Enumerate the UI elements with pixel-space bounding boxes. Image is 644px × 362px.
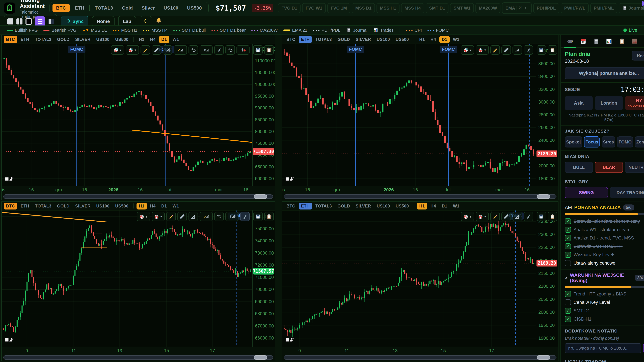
checkbox-checked[interactable]: ✓ (565, 218, 571, 224)
set-square-tool-button[interactable] (163, 45, 172, 55)
toggle-pwh-pwl[interactable]: PWH/PWL (561, 3, 589, 13)
checkbox-checked[interactable]: ✓ (565, 291, 571, 297)
toggle-journal[interactable]: Journal (619, 3, 644, 13)
panel-symbol-tab-btc[interactable]: BTC (4, 203, 17, 210)
chart-area[interactable]: 1800.002000.002200.002400.002600.002800.… (282, 44, 558, 186)
time-axis[interactable]: lis16gru16202616lutmar16 (2, 186, 275, 193)
panel-symbol-tab-total3[interactable]: TOTAL3 (313, 203, 334, 210)
pencil-square-tool-button[interactable] (200, 212, 213, 221)
time-axis[interactable]: 911131517 (282, 347, 558, 354)
panel-symbol-tab-gold[interactable]: GOLD (55, 36, 72, 43)
panel-symbol-tab-us100[interactable]: US100 (374, 203, 392, 210)
header-symbol-tab-us500[interactable]: US500 (184, 4, 206, 12)
chart-area[interactable]: 60000.0065000.0070000.0075000.0080000.00… (2, 44, 275, 186)
toggle-fvg-1m[interactable]: FVG 1M (327, 3, 350, 13)
header-symbol-tab-btc[interactable]: BTC (52, 4, 70, 12)
scrollbar-thumb[interactable] (254, 194, 267, 199)
panel-timeframe-tab-d1[interactable]: D1 (440, 36, 450, 43)
time-axis[interactable]: lis16gru202616lutmar16 (282, 186, 558, 193)
chart-scrollbar[interactable] (284, 194, 556, 199)
panel-symbol-tab-us100[interactable]: US100 (374, 36, 392, 43)
panel-symbol-tab-gold[interactable]: GOLD (335, 36, 352, 43)
sidebar-tab-gamepad[interactable] (565, 37, 575, 47)
sidebar-tab-robot[interactable] (642, 37, 644, 47)
toggle-pmh-pml[interactable]: PMH/PML (590, 3, 617, 13)
checkbox[interactable] (565, 260, 571, 266)
chart-scrollbar[interactable] (284, 355, 556, 360)
panel-timeframe-tab-h1[interactable]: H1 (136, 36, 147, 43)
target-down-tool-button[interactable]: ▼ (152, 212, 165, 221)
header-symbol-tab-total3[interactable]: TOTAL3 (91, 4, 117, 12)
checkbox-checked[interactable]: ✓ (565, 316, 571, 322)
trash-square-tool-button[interactable] (200, 45, 213, 55)
layout-focus-button[interactable] (26, 18, 32, 25)
save-chart-button[interactable] (253, 212, 263, 221)
panel-timeframe-tab-h4[interactable]: H4 (428, 203, 438, 210)
toggle-ema[interactable]: EMA21▲▼ (502, 2, 532, 14)
panel-timeframe-tab-h1[interactable]: H1 (417, 203, 427, 210)
layout-quad-button[interactable] (35, 16, 45, 27)
set-square-tool-button[interactable] (512, 45, 522, 55)
ruler-tool-button[interactable] (502, 212, 511, 221)
pencil-tool-button[interactable] (490, 45, 500, 55)
panel-symbol-tab-btc[interactable]: BTC (4, 36, 17, 43)
reset-button[interactable]: Reset (632, 51, 644, 60)
panel-symbol-tab-us100[interactable]: US100 (94, 203, 112, 210)
ruler-tool-button[interactable] (178, 212, 187, 221)
panel-timeframe-tab-d1[interactable]: D1 (159, 36, 169, 43)
morning-analysis-button[interactable]: Wykonaj poranna analize... (565, 67, 644, 79)
bias-option-neutral[interactable]: NEUTRAL (625, 162, 644, 173)
scrollbar-thumb[interactable] (537, 355, 550, 360)
panel-timeframe-tab-h4[interactable]: H4 (428, 36, 438, 43)
dark-mode-button[interactable] (140, 16, 152, 27)
home-button[interactable]: Home (92, 16, 114, 27)
lab-button[interactable]: Lab (118, 16, 136, 27)
style-option-swing[interactable]: SWING (565, 187, 608, 198)
header-symbol-tab-gold[interactable]: Gold (118, 4, 136, 12)
layout-sidebar-button[interactable] (48, 18, 54, 24)
toggle-smt-w1[interactable]: SMT W1 (450, 3, 474, 13)
bias-option-bear[interactable]: BEAR (595, 162, 623, 173)
panel-timeframe-tab-d1[interactable]: D1 (159, 203, 169, 210)
trash-square-tool-button[interactable] (226, 212, 238, 221)
panel-symbol-tab-us500[interactable]: US500 (113, 203, 131, 210)
toggle-fvg-d1[interactable]: FVG D1 (278, 3, 300, 13)
sidebar-tab-calendar[interactable]: 17 (578, 37, 588, 47)
pen-tool-button[interactable] (524, 212, 533, 221)
target-up-tool-button[interactable]: ▲ (461, 212, 474, 221)
panel-timeframe-tab-h1[interactable]: H1 (136, 203, 147, 210)
panel-symbol-tab-silver[interactable]: SILVER (73, 36, 93, 43)
panel-symbol-tab-eth[interactable]: ETH (299, 36, 312, 43)
undo-tool-button[interactable] (226, 45, 235, 55)
sidebar-tab-barchart[interactable] (604, 37, 614, 47)
feel-option-zemsta[interactable]: Zemsta (635, 136, 644, 147)
checkbox-checked[interactable]: ✓ (565, 308, 571, 314)
ema-period-stepper[interactable]: 21▲▼ (516, 5, 528, 11)
feel-option-stres[interactable]: Stres (602, 136, 615, 147)
toggle-pdh-pdl[interactable]: PDH/PDL (533, 3, 559, 13)
panel-timeframe-tab-h4[interactable]: H4 (148, 203, 158, 210)
target-up-tool-button[interactable]: ▲ (111, 45, 124, 55)
layout-two-pane-button[interactable] (16, 18, 22, 24)
target-up-tool-button[interactable]: ▲ (137, 212, 150, 221)
panel-symbol-tab-silver[interactable]: SILVER (73, 203, 93, 210)
undo-tool-button[interactable] (214, 212, 224, 221)
panel-symbol-tab-total3[interactable]: TOTAL3 (313, 36, 334, 43)
ruler-tool-button[interactable] (502, 45, 511, 55)
panel-symbol-tab-us100[interactable]: US100 (94, 36, 112, 43)
sidebar-tab-clipboard[interactable] (617, 37, 627, 47)
checkbox-checked[interactable]: ✓ (565, 227, 571, 233)
undo-tool-button[interactable] (188, 45, 198, 55)
session-button-london[interactable]: London (595, 96, 623, 110)
panel-symbol-tab-btc[interactable]: BTC (284, 36, 298, 43)
pen-tool-button[interactable] (214, 45, 224, 55)
panel-symbol-tab-us500[interactable]: US500 (393, 36, 411, 43)
panel-timeframe-tab-h1[interactable]: H1 (417, 36, 427, 43)
panel-symbol-tab-eth[interactable]: ETH (18, 36, 32, 43)
clipboard-chart-button[interactable] (548, 212, 557, 221)
header-symbol-tab-us100[interactable]: US100 (160, 4, 182, 12)
toggle-mss-d1[interactable]: MSS D1 (352, 3, 375, 13)
save-chart-button[interactable] (253, 45, 263, 55)
feel-option-focus[interactable]: Focus (584, 136, 600, 147)
panel-symbol-tab-gold[interactable]: GOLD (335, 203, 352, 210)
